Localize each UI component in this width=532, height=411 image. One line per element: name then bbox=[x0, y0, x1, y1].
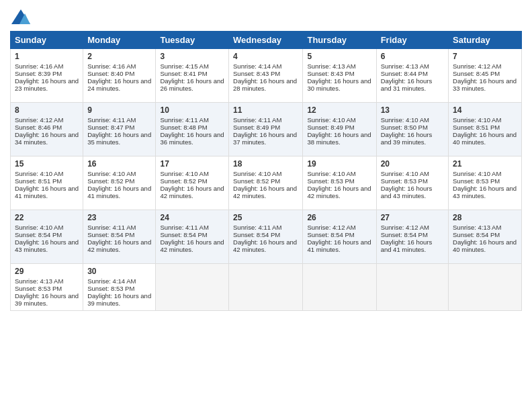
sunset-label: Sunset: 8:52 PM bbox=[160, 177, 207, 185]
sunset-label: Sunset: 8:54 PM bbox=[233, 231, 280, 238]
calendar-cell: 4 Sunrise: 4:14 AM Sunset: 8:43 PM Dayli… bbox=[229, 49, 303, 103]
sunrise-label: Sunrise: 4:14 AM bbox=[87, 277, 136, 285]
day-number: 6 bbox=[381, 52, 444, 61]
day-number: 23 bbox=[87, 213, 151, 222]
sunset-label: Sunset: 8:52 PM bbox=[87, 177, 134, 185]
daylight-label: Daylight: 16 hours and 41 minutes. bbox=[15, 185, 79, 199]
sunset-label: Sunset: 8:48 PM bbox=[160, 124, 207, 131]
daylight-label: Daylight: 16 hours and 26 minutes. bbox=[160, 77, 224, 92]
logo bbox=[10, 7, 32, 26]
day-number: 29 bbox=[15, 267, 79, 276]
sunrise-label: Sunrise: 4:10 AM bbox=[307, 170, 355, 177]
sunset-label: Sunset: 8:49 PM bbox=[307, 124, 354, 131]
calendar-cell: 28 Sunrise: 4:13 AM Sunset: 8:54 PM Dayl… bbox=[449, 210, 522, 264]
daylight-label: Daylight: 16 hours and 41 minutes. bbox=[381, 238, 433, 253]
day-number: 18 bbox=[233, 159, 298, 169]
sunset-label: Sunset: 8:46 PM bbox=[15, 124, 62, 131]
sunset-label: Sunset: 8:52 PM bbox=[233, 177, 280, 185]
sunrise-label: Sunrise: 4:10 AM bbox=[307, 116, 355, 124]
day-number: 19 bbox=[307, 159, 371, 169]
daylight-label: Daylight: 16 hours and 40 minutes. bbox=[453, 131, 517, 146]
daylight-label: Daylight: 16 hours and 39 minutes. bbox=[87, 292, 151, 307]
sunrise-label: Sunrise: 4:13 AM bbox=[307, 62, 355, 70]
calendar-cell: 2 Sunrise: 4:16 AM Sunset: 8:40 PM Dayli… bbox=[83, 49, 156, 103]
daylight-label: Daylight: 16 hours and 35 minutes. bbox=[87, 131, 151, 146]
sunrise-label: Sunrise: 4:14 AM bbox=[233, 62, 281, 70]
logo-icon bbox=[10, 7, 29, 26]
sunrise-label: Sunrise: 4:16 AM bbox=[87, 62, 136, 70]
sunset-label: Sunset: 8:53 PM bbox=[15, 285, 62, 292]
daylight-label: Daylight: 16 hours and 42 minutes. bbox=[87, 238, 151, 253]
sunset-label: Sunset: 8:50 PM bbox=[381, 124, 428, 131]
calendar-cell: 6 Sunrise: 4:13 AM Sunset: 8:44 PM Dayli… bbox=[376, 49, 448, 103]
sunrise-label: Sunrise: 4:12 AM bbox=[307, 224, 355, 231]
daylight-label: Daylight: 16 hours and 34 minutes. bbox=[15, 131, 79, 146]
daylight-label: Daylight: 16 hours and 39 minutes. bbox=[15, 292, 79, 307]
daylight-label: Daylight: 16 hours and 42 minutes. bbox=[233, 238, 297, 253]
calendar-week-3: 15 Sunrise: 4:10 AM Sunset: 8:51 PM Dayl… bbox=[11, 156, 522, 210]
sunrise-label: Sunrise: 4:11 AM bbox=[233, 116, 281, 124]
daylight-label: Daylight: 16 hours and 43 minutes. bbox=[15, 238, 79, 253]
calendar-cell: 24 Sunrise: 4:11 AM Sunset: 8:54 PM Dayl… bbox=[156, 210, 229, 264]
day-number: 28 bbox=[453, 213, 517, 222]
daylight-label: Daylight: 16 hours and 33 minutes. bbox=[453, 77, 517, 92]
sunset-label: Sunset: 8:44 PM bbox=[381, 70, 428, 77]
day-number: 30 bbox=[87, 267, 151, 276]
sunrise-label: Sunrise: 4:16 AM bbox=[15, 62, 63, 70]
daylight-label: Daylight: 16 hours and 28 minutes. bbox=[233, 77, 297, 92]
day-number: 16 bbox=[87, 159, 151, 169]
sunset-label: Sunset: 8:51 PM bbox=[15, 177, 62, 185]
sunset-label: Sunset: 8:51 PM bbox=[453, 124, 500, 131]
sunrise-label: Sunrise: 4:15 AM bbox=[160, 62, 208, 70]
day-number: 26 bbox=[307, 213, 371, 222]
daylight-label: Daylight: 16 hours and 42 minutes. bbox=[160, 238, 224, 253]
sunset-label: Sunset: 8:54 PM bbox=[87, 231, 134, 238]
sunset-label: Sunset: 8:54 PM bbox=[307, 231, 354, 238]
sunset-label: Sunset: 8:45 PM bbox=[453, 70, 500, 77]
daylight-label: Daylight: 16 hours and 43 minutes. bbox=[381, 185, 433, 199]
daylight-label: Daylight: 16 hours and 41 minutes. bbox=[307, 238, 371, 253]
daylight-label: Daylight: 16 hours and 36 minutes. bbox=[160, 131, 224, 146]
sunrise-label: Sunrise: 4:10 AM bbox=[453, 116, 501, 124]
day-number: 27 bbox=[381, 213, 444, 222]
daylight-label: Daylight: 16 hours and 31 minutes. bbox=[381, 77, 433, 92]
day-number: 3 bbox=[160, 52, 224, 61]
calendar-cell: 13 Sunrise: 4:10 AM Sunset: 8:50 PM Dayl… bbox=[376, 103, 448, 156]
calendar-cell: 16 Sunrise: 4:10 AM Sunset: 8:52 PM Dayl… bbox=[83, 156, 156, 210]
calendar-cell: 14 Sunrise: 4:10 AM Sunset: 8:51 PM Dayl… bbox=[449, 103, 522, 156]
sunrise-label: Sunrise: 4:10 AM bbox=[160, 170, 208, 177]
day-number: 10 bbox=[160, 105, 224, 115]
sunset-label: Sunset: 8:43 PM bbox=[307, 70, 354, 77]
calendar-cell: 11 Sunrise: 4:11 AM Sunset: 8:49 PM Dayl… bbox=[229, 103, 303, 156]
day-number: 14 bbox=[453, 105, 517, 115]
calendar-week-1: 1 Sunrise: 4:16 AM Sunset: 8:39 PM Dayli… bbox=[11, 49, 522, 103]
daylight-label: Daylight: 16 hours and 37 minutes. bbox=[233, 131, 297, 146]
day-number: 9 bbox=[87, 105, 151, 115]
calendar-week-5: 29 Sunrise: 4:13 AM Sunset: 8:53 PM Dayl… bbox=[11, 264, 522, 311]
day-header-friday: Friday bbox=[376, 32, 448, 49]
day-header-monday: Monday bbox=[83, 32, 156, 49]
day-number: 24 bbox=[160, 213, 224, 222]
sunset-label: Sunset: 8:53 PM bbox=[453, 177, 500, 185]
calendar-cell bbox=[156, 264, 229, 311]
sunrise-label: Sunrise: 4:10 AM bbox=[381, 170, 429, 177]
daylight-label: Daylight: 16 hours and 41 minutes. bbox=[87, 185, 151, 199]
calendar-cell: 15 Sunrise: 4:10 AM Sunset: 8:51 PM Dayl… bbox=[11, 156, 83, 210]
daylight-label: Daylight: 16 hours and 24 minutes. bbox=[87, 77, 151, 92]
calendar-cell: 20 Sunrise: 4:10 AM Sunset: 8:53 PM Dayl… bbox=[376, 156, 448, 210]
sunrise-label: Sunrise: 4:11 AM bbox=[160, 116, 208, 124]
daylight-label: Daylight: 16 hours and 30 minutes. bbox=[307, 77, 371, 92]
calendar-cell: 5 Sunrise: 4:13 AM Sunset: 8:43 PM Dayli… bbox=[303, 49, 376, 103]
day-number: 1 bbox=[15, 52, 79, 61]
sunset-label: Sunset: 8:53 PM bbox=[307, 177, 354, 185]
page: SundayMondayTuesdayWednesdayThursdayFrid… bbox=[0, 0, 532, 411]
day-number: 5 bbox=[307, 52, 371, 61]
sunrise-label: Sunrise: 4:11 AM bbox=[87, 224, 136, 231]
calendar-cell: 27 Sunrise: 4:12 AM Sunset: 8:54 PM Dayl… bbox=[376, 210, 448, 264]
calendar-cell: 8 Sunrise: 4:12 AM Sunset: 8:46 PM Dayli… bbox=[11, 103, 83, 156]
sunset-label: Sunset: 8:53 PM bbox=[381, 177, 428, 185]
calendar-cell: 30 Sunrise: 4:14 AM Sunset: 8:53 PM Dayl… bbox=[83, 264, 156, 311]
day-number: 25 bbox=[233, 213, 298, 222]
sunset-label: Sunset: 8:54 PM bbox=[453, 231, 500, 238]
calendar-cell: 25 Sunrise: 4:11 AM Sunset: 8:54 PM Dayl… bbox=[229, 210, 303, 264]
